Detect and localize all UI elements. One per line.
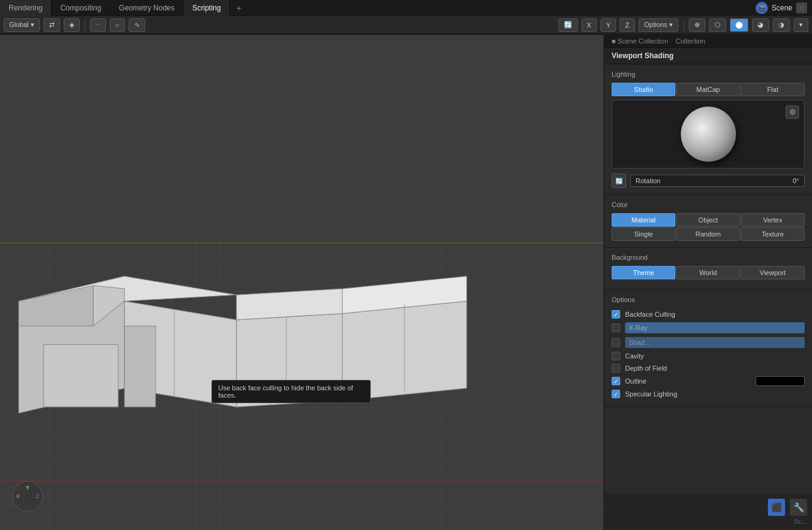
gizmo-icon: 🔄	[564, 21, 572, 29]
top-right-bar: 🎬 Scene □	[751, 0, 812, 16]
shading-solid-btn[interactable]: ⬤	[730, 18, 748, 32]
lighting-label: Lighting	[612, 70, 805, 78]
cavity-row: Cavity	[612, 350, 805, 362]
lighting-flat-btn[interactable]: Flat	[741, 83, 805, 96]
svg-marker-3	[18, 286, 93, 326]
scene-icon: 🎬	[756, 2, 768, 14]
bg-world-btn[interactable]: World	[676, 266, 740, 279]
tab-rendering[interactable]: Rendering	[0, 0, 51, 16]
second-toolbar: Global ▾ ⇄ ◈ ⋅⋅ ○ ∿ 🔄 X Y Z Options ▾ ⊕ …	[0, 16, 812, 34]
lighting-section: Lighting Studio MatCap Flat ⚙ 🔄 Rotation…	[604, 64, 812, 195]
global-dropdown[interactable]: Global ▾	[4, 18, 40, 32]
proportional-icon: ○	[115, 21, 120, 29]
solid-mode-icon[interactable]: ⬛	[768, 499, 785, 516]
snap-icon: ⋅⋅	[96, 21, 101, 29]
color-material-btn[interactable]: Material	[612, 213, 675, 227]
pivot-btn[interactable]: ◈	[64, 18, 80, 32]
bottom-icon-row: ⬛ 🔧	[768, 499, 807, 516]
separator-1	[85, 19, 85, 31]
bg-viewport-btn[interactable]: Viewport	[741, 266, 805, 279]
bottom-icons-panel: ⬛ 🔧 Sc…	[604, 494, 812, 530]
color-object-btn[interactable]: Object	[676, 213, 740, 227]
tab-scripting[interactable]: Scripting	[184, 0, 230, 16]
scene-name-label: Scene	[772, 4, 792, 12]
shading-wire-btn[interactable]: ⬡	[709, 18, 726, 32]
color-btn-row1: Material Object Vertex	[612, 213, 805, 227]
xray-label: X-Ray	[629, 324, 648, 331]
transform-btn[interactable]: ⇄	[44, 18, 60, 32]
tab-add-button[interactable]: +	[230, 0, 247, 16]
rotation-label: Rotation	[636, 177, 661, 184]
options-section: Options ✓ Backface Culling X-Ray Shad… C…	[604, 290, 812, 407]
y-axis-label: Y	[26, 485, 29, 491]
falloff-btn[interactable]: ∿	[129, 18, 145, 32]
proportional-btn[interactable]: ○	[110, 18, 125, 32]
tab-compositing[interactable]: Compositing	[51, 0, 110, 16]
rotation-value: 0°	[792, 177, 799, 184]
matcap-settings-btn[interactable]: ⚙	[786, 105, 799, 119]
tooltip-text: Use back face culling to hide the back s…	[218, 384, 353, 399]
separator-2	[683, 19, 684, 31]
xray-checkbox[interactable]	[612, 324, 620, 332]
lighting-matcap-btn[interactable]: MatCap	[676, 83, 740, 96]
x-axis-btn[interactable]: X	[582, 18, 597, 32]
snap-btn[interactable]: ⋅⋅	[90, 18, 106, 32]
viewport-overlays-btn[interactable]: ⊕	[689, 18, 705, 32]
viewport-options-dropdown[interactable]: Options ▾	[639, 18, 678, 32]
backface-culling-row: ✓ Backface Culling	[612, 308, 805, 320]
panel-label: Sc…	[794, 518, 807, 525]
rotation-icon[interactable]: 🔄	[612, 173, 626, 188]
background-btn-group: Theme World Viewport	[612, 266, 805, 279]
shadows-bar[interactable]: Shad…	[625, 337, 805, 348]
color-single-btn[interactable]: Single	[612, 227, 675, 241]
gizmo-toggle-btn[interactable]: 🔄	[558, 18, 578, 32]
cavity-checkbox[interactable]	[612, 352, 620, 360]
viewport-shading-header: Viewport Shading	[604, 48, 812, 64]
matcap-sphere[interactable]	[681, 107, 736, 162]
y-axis-btn[interactable]: Y	[601, 18, 616, 32]
color-random-btn[interactable]: Random	[676, 227, 740, 241]
color-texture-btn[interactable]: Texture	[741, 227, 805, 241]
shading-mat-btn[interactable]: ◕	[752, 18, 769, 32]
falloff-icon: ∿	[134, 21, 140, 29]
shadows-checkbox[interactable]	[612, 338, 620, 347]
3d-scene	[0, 35, 604, 530]
color-btn-row2: Single Random Texture	[612, 227, 805, 241]
tab-geometry-nodes[interactable]: Geometry Nodes	[110, 0, 184, 16]
specular-lighting-row: ✓ Specular Lighting	[612, 388, 805, 400]
options-label: Options	[612, 296, 805, 303]
x-axis-label: X	[16, 493, 20, 499]
background-section: Background Theme World Viewport	[604, 248, 812, 290]
tooltip-box: Use back face culling to hide the back s…	[211, 380, 371, 403]
color-vertex-btn[interactable]: Vertex	[741, 213, 805, 227]
rotation-row: 🔄 Rotation 0°	[612, 173, 805, 188]
wrench-icon[interactable]: 🔧	[790, 499, 807, 516]
bg-theme-btn[interactable]: Theme	[612, 266, 675, 279]
dof-checkbox[interactable]	[612, 364, 620, 373]
z-axis-btn[interactable]: Z	[620, 18, 635, 32]
3d-viewport[interactable]: X Y Z	[0, 35, 604, 530]
navigation-gizmo[interactable]: X Y Z	[12, 481, 43, 512]
xray-bar[interactable]: X-Ray	[625, 322, 805, 333]
shadows-row: Shad…	[612, 335, 805, 350]
shading-chevron-btn[interactable]: ▾	[794, 18, 808, 32]
outliner-header: ■ Scene Collection Collection	[604, 35, 812, 48]
shadows-label: Shad…	[629, 339, 651, 346]
file-icon[interactable]: □	[796, 2, 807, 13]
outline-color-swatch[interactable]	[756, 376, 805, 386]
backface-culling-label: Backface Culling	[625, 311, 805, 318]
lighting-studio-btn[interactable]: Studio	[612, 83, 675, 96]
backface-culling-checkbox[interactable]: ✓	[612, 310, 620, 319]
rotation-field[interactable]: Rotation 0°	[630, 175, 805, 187]
outline-label: Outline	[625, 377, 751, 385]
specular-checkbox[interactable]: ✓	[612, 390, 620, 398]
overlays-icon: ⊕	[694, 21, 700, 29]
outline-checkbox[interactable]: ✓	[612, 377, 620, 385]
transform-icon: ⇄	[49, 21, 55, 29]
color-btn-group: Material Object Vertex Single Random Tex…	[612, 213, 805, 241]
right-panel: ■ Scene Collection Collection Viewport S…	[604, 35, 812, 530]
shading-render-btn[interactable]: ◑	[773, 18, 790, 32]
xray-row: X-Ray	[612, 320, 805, 335]
pivot-icon: ◈	[69, 21, 74, 29]
lighting-btn-group: Studio MatCap Flat	[612, 83, 805, 96]
